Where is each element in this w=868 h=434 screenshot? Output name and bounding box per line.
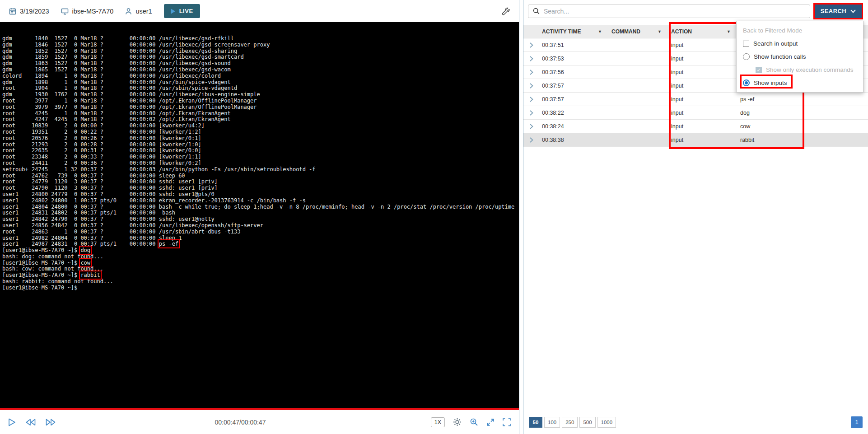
terminal-line: gdm 1840 1527 0 Mar18 ? 00:00:00 /usr/li… xyxy=(2,36,514,42)
session-viewer: 3/19/2023 ibse-MS-7A70 user1 LIVE xyxy=(0,0,868,434)
radio-icon[interactable] xyxy=(743,53,750,60)
chevron-right-icon xyxy=(530,110,533,116)
input-text-cell: cow xyxy=(738,123,868,130)
dropdown-item-search-in-output[interactable]: Search in output xyxy=(737,37,863,50)
activity-panel: SEARCH ACTIVITY TIME ▼ COMMAND ▼ ACTION … xyxy=(523,0,868,434)
expand-icon[interactable] xyxy=(486,418,495,426)
input-text-cell: ps -ef xyxy=(738,96,868,103)
page-size-button-100[interactable]: 100 xyxy=(544,417,560,428)
terminal-line: bash: dog: command not found... xyxy=(2,254,514,260)
column-header-command[interactable]: COMMAND ▼ xyxy=(609,28,669,35)
rewind-button[interactable] xyxy=(26,419,36,426)
search-button[interactable]: SEARCH xyxy=(815,5,862,18)
chevron-right-icon xyxy=(530,83,533,89)
search-input[interactable] xyxy=(544,8,805,15)
expand-row-button[interactable] xyxy=(523,70,540,75)
dropdown-item-label: Show inputs xyxy=(754,79,787,86)
action-cell: input xyxy=(669,69,738,75)
terminal-line: root 10839 2 0 00:00 ? 00:00:00 [kworker… xyxy=(2,123,514,129)
dropdown-item-label: Show only execution commands xyxy=(766,66,854,73)
filter-icon[interactable]: ▼ xyxy=(658,29,662,34)
chevron-right-icon xyxy=(530,56,533,61)
radio-icon[interactable] xyxy=(743,79,750,86)
activity-row[interactable]: 00:38:38 input rabbit xyxy=(523,133,868,147)
session-agent: ibse-MS-7A70 xyxy=(61,8,114,15)
gear-icon[interactable] xyxy=(453,418,462,426)
terminal-line: gdm 1898 1 0 Mar18 ? 00:00:00 /usr/bin/s… xyxy=(2,79,514,86)
user-icon xyxy=(125,8,132,15)
filter-icon[interactable]: ▼ xyxy=(727,29,731,34)
expand-row-button[interactable] xyxy=(523,97,540,102)
page-size-button-1000[interactable]: 1000 xyxy=(597,417,616,428)
wrench-icon xyxy=(501,7,510,15)
activity-row[interactable]: 00:38:22 input dog xyxy=(523,106,868,120)
terminal-line: [user1@ibse-MS-7A70 ~]$ cow xyxy=(2,260,514,266)
live-button[interactable]: LIVE xyxy=(164,4,200,18)
session-header: 3/19/2023 ibse-MS-7A70 user1 LIVE xyxy=(0,0,519,22)
terminal-line: user1 24831 24802 0 00:37 pts/1 00:00:00… xyxy=(2,210,514,216)
zoom-in-icon[interactable] xyxy=(470,418,478,426)
checkbox-icon[interactable] xyxy=(743,41,749,47)
page-size-button-500[interactable]: 500 xyxy=(579,417,595,428)
expand-row-button[interactable] xyxy=(523,56,540,61)
search-button-label: SEARCH xyxy=(821,8,846,14)
terminal-line: [user1@ibse-MS-7A70 ~]$ rabbit xyxy=(2,272,514,279)
dropdown-item-show-only-execution-commands: ✓Show only execution commands xyxy=(737,63,863,76)
checkbox-icon: ✓ xyxy=(756,67,762,73)
playback-speed-button[interactable]: 1X xyxy=(431,417,445,427)
action-cell: input xyxy=(669,96,738,103)
terminal-line: gdm 1863 1527 0 Mar18 ? 00:00:00 /usr/li… xyxy=(2,61,514,67)
expand-row-button[interactable] xyxy=(523,124,540,129)
player-bar: 00:00:47/00:00:47 1X xyxy=(0,410,519,434)
column-header-activity-time[interactable]: ACTIVITY TIME ▼ xyxy=(540,28,609,35)
expand-row-button[interactable] xyxy=(523,83,540,89)
page-size-button-50[interactable]: 50 xyxy=(529,417,542,428)
terminal-line: root 3977 1 0 Mar18 ? 00:00:00 /opt/.Ekr… xyxy=(2,98,514,104)
filter-icon[interactable]: ▼ xyxy=(598,29,602,34)
terminal-line: root 20576 2 0 00:26 ? 00:00:00 [kworker… xyxy=(2,135,514,142)
dropdown-item-label: Show function calls xyxy=(754,53,806,60)
dropdown-item-label: Back to Filtered Mode xyxy=(743,27,802,34)
action-cell: input xyxy=(669,42,738,48)
page-size-buttons: 501002505001000 xyxy=(529,417,618,428)
terminal-line: user1 24800 24779 0 00:37 ? 00:00:00 ssh… xyxy=(2,191,514,198)
activity-time-cell: 00:37:57 xyxy=(540,83,609,89)
terminal-line: root 24411 2 0 00:36 ? 00:00:00 [kworker… xyxy=(2,160,514,167)
terminal-line: setroub+ 24745 1 32 00:37 ? 00:00:03 /us… xyxy=(2,167,514,173)
annotation-terminal-command: dog xyxy=(80,247,90,253)
panel-splitter[interactable] xyxy=(519,0,523,434)
terminal-line: gdm 1859 1527 0 Mar18 ? 00:00:00 /usr/li… xyxy=(2,54,514,61)
terminal-line: user1 24842 24790 0 00:37 ? 00:00:00 ssh… xyxy=(2,216,514,223)
expand-row-button[interactable] xyxy=(523,42,540,48)
session-player-panel: 3/19/2023 ibse-MS-7A70 user1 LIVE xyxy=(0,0,519,434)
dropdown-item-show-function-calls[interactable]: Show function calls xyxy=(737,50,863,63)
terminal-line: root 3979 3977 0 Mar18 ? 00:00:00 /opt/.… xyxy=(2,104,514,111)
fullscreen-icon[interactable] xyxy=(503,418,511,426)
play-button[interactable] xyxy=(8,418,16,426)
current-page-button[interactable]: 1 xyxy=(851,416,863,428)
terminal-line: root 21293 2 0 00:28 ? 00:00:00 [kworker… xyxy=(2,142,514,148)
terminal-line: root 4247 4245 0 Mar18 ? 00:00:02 /opt/.… xyxy=(2,117,514,123)
terminal-line: root 24863 1 0 00:37 ? 00:00:00 /usr/sbi… xyxy=(2,229,514,235)
terminal-line: [user1@ibse-MS-7A70 ~]$ xyxy=(2,285,514,291)
activity-row[interactable]: 00:38:24 input cow xyxy=(523,120,868,133)
annotation-terminal-command: cow xyxy=(80,260,90,266)
action-cell: input xyxy=(669,56,738,62)
dropdown-item-label: Search in output xyxy=(753,40,798,47)
chevron-down-icon xyxy=(850,9,856,13)
activity-row[interactable]: 00:37:57 input ps -ef xyxy=(523,93,868,106)
expand-row-button[interactable] xyxy=(523,137,540,143)
activity-time-cell: 00:37:53 xyxy=(540,56,609,62)
column-header-action[interactable]: ACTION ▼ xyxy=(669,28,738,35)
terminal-line: root 24762 739 0 00:37 ? 00:00:00 sleep … xyxy=(2,173,514,179)
session-tools-button[interactable] xyxy=(501,7,510,15)
computer-icon xyxy=(61,8,69,15)
dropdown-item-show-inputs[interactable]: Show inputs xyxy=(737,76,863,89)
terminal-line: root 1904 1 0 Mar18 ? 00:00:00 /usr/sbin… xyxy=(2,85,514,92)
expand-row-button[interactable] xyxy=(523,110,540,116)
page-size-button-250[interactable]: 250 xyxy=(562,417,578,428)
fast-forward-button[interactable] xyxy=(46,419,56,426)
terminal-line: [user1@ibse-MS-7A70 ~]$ dog xyxy=(2,247,514,254)
terminal-line: root 19351 2 0 00:22 ? 00:00:00 [kworker… xyxy=(2,129,514,135)
terminal-line: root 4245 1 0 Mar18 ? 00:00:00 /opt/.Ekr… xyxy=(2,111,514,117)
